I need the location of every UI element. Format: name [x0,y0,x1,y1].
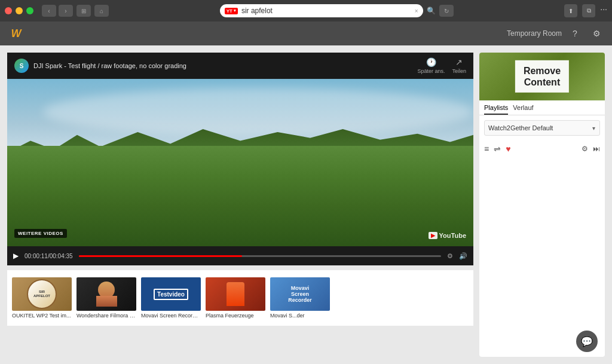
video-section: S DJI Spark - Test flight / raw footage,… [7,53,473,357]
youtube-watermark: ▶ YouTube [429,232,466,239]
video-player[interactable]: WEITERE VIDEOS ▶ YouTube [7,79,473,246]
settings-button[interactable]: ⚙ [588,25,605,42]
time-display: 00:00:11/00:04:35 [25,253,73,259]
more-button[interactable]: ··· [600,4,607,17]
chevron-right-icon: › [65,8,66,14]
window-button[interactable]: ⊞ [76,5,91,17]
thumbnail-1[interactable]: SIRAPFELOT OUKITEL WP2 Test im... [12,277,72,319]
nav-buttons: ‹ › [42,5,73,17]
share-button[interactable]: ⬆ [564,4,577,17]
progress-fill [79,255,242,257]
youtube-platform-badge[interactable]: YT [225,8,238,14]
playlist-settings-button[interactable]: ⚙ [582,145,588,153]
thumbnail-2[interactable]: Wondershare Filmora 9... [76,277,136,319]
clock-icon: 🕐 [426,57,436,67]
remove-content-title: Remove Content [524,65,561,88]
chat-button[interactable]: 💬 [576,331,598,352]
close-button[interactable] [5,7,12,14]
playlist-select[interactable]: Watch2Gether Default [484,120,600,136]
refresh-icon: ↻ [444,8,449,14]
thumbnail-5[interactable]: MovaviScreenRecorder Movavi S...der [270,277,330,319]
progress-bar[interactable] [79,255,441,257]
playlist-controls: ≡ ⇌ ♥ ⚙ ⏭ [479,140,605,157]
remove-content-overlay: Remove Content [515,60,569,93]
home-icon: ⌂ [100,8,103,14]
remove-content-card[interactable]: Remove Content [479,53,605,100]
thumbnail-3[interactable]: Testvideo Movavi Screen Recorder... [141,277,201,319]
watch-later-button[interactable]: 🕐 Später ans. [417,57,445,74]
quality-settings-button[interactable]: ⚙ [447,252,453,260]
maximize-button[interactable] [26,7,33,14]
sir-badge: SIRAPFELOT [27,279,57,309]
forward-button[interactable]: › [59,5,73,17]
playlist-select-area: Watch2Gether Default ▾ [479,115,605,140]
help-icon: ? [573,29,577,38]
address-bar[interactable]: YT sir apfelot × [220,4,423,17]
video-actions: 🕐 Später ans. ↗ Teilen [417,57,466,74]
thumb-label-4: Plasma Feuerzeuge [206,313,265,319]
thumb-img-4 [206,277,265,311]
help-button[interactable]: ? [567,25,583,42]
thumb-label-1: OUKITEL WP2 Test im... [12,313,72,319]
thumb-label-3: Movavi Screen Recorder... [141,313,201,319]
logo-text: W [11,27,22,40]
share-icon: ↗ [455,57,463,67]
sidebar: Remove Content Playlists Verlauf Watch2G… [479,53,605,357]
new-tab-icon: ⧉ [587,7,591,14]
share-label: Teilen [452,68,466,74]
sir-text: SIRAPFELOT [33,290,50,298]
video-header: S DJI Spark - Test flight / raw footage,… [7,53,473,79]
thumb-img-2 [76,277,136,311]
video-title: DJI Spark - Test flight / raw footage, n… [33,62,412,69]
thumb-label-5: Movavi S...der [270,313,330,319]
favorites-button[interactable]: ♥ [506,144,510,154]
home-button[interactable]: ⌂ [94,5,109,17]
address-text: sir apfelot [241,7,411,15]
channel-initial: S [20,63,24,69]
chat-icon: 💬 [581,336,593,347]
thumb-img-5: MovaviScreenRecorder [270,277,330,311]
shuffle-button[interactable]: ⇌ [494,144,501,154]
skip-button[interactable]: ⏭ [593,145,600,153]
new-tab-button[interactable]: ⧉ [582,4,595,17]
share-video-button[interactable]: ↗ Teilen [452,57,466,74]
address-bar-area: YT sir apfelot × 🔍 ↻ [112,4,561,17]
remove-line2: Content [524,77,560,87]
thumbnail-4[interactable]: Plasma Feuerzeuge [206,277,265,319]
filmora-content [96,282,117,307]
chevron-left-icon: ‹ [48,8,50,14]
video-container: S DJI Spark - Test flight / raw footage,… [7,53,473,265]
channel-avatar: S [14,59,29,73]
thumb-img-3: Testvideo [141,277,201,311]
gear-icon: ⚙ [593,29,601,38]
app-toolbar: W Temporary Room ? ⚙ [0,22,612,45]
clear-search-button[interactable]: × [415,8,418,14]
remove-line1: Remove [524,66,561,76]
play-button[interactable]: ▶ [13,252,19,260]
sidebar-bottom [479,157,605,357]
search-button[interactable]: 🔍 [427,7,436,15]
thumbnails-section: SIRAPFELOT OUKITEL WP2 Test im... Wonder… [7,270,473,326]
tab-playlists[interactable]: Playlists [484,104,508,115]
refresh-button[interactable]: ↻ [439,5,454,17]
main-content: S DJI Spark - Test flight / raw footage,… [0,45,612,364]
thumb-img-1: SIRAPFELOT [12,277,72,311]
share-icon: ⬆ [568,8,573,14]
tab-verlauf[interactable]: Verlauf [513,104,533,115]
volume-button[interactable]: 🔊 [459,252,467,260]
weitere-videos-button[interactable]: WEITERE VIDEOS [14,229,67,238]
thumb-label-2: Wondershare Filmora 9... [76,313,136,319]
field-layer [7,146,473,246]
titlebar: ‹ › ⊞ ⌂ YT sir apfelot × 🔍 ↻ ⬆ ⧉ ··· [0,0,612,22]
minimize-button[interactable] [16,7,23,14]
app-logo: W [7,27,25,39]
clouds-decoration [43,88,473,136]
back-button[interactable]: ‹ [42,5,56,17]
list-view-button[interactable]: ≡ [484,144,489,154]
youtube-text: YouTube [439,232,466,239]
room-name-label: Temporary Room [507,29,562,38]
yt-label: YT [227,8,232,14]
traffic-lights [5,7,33,14]
window-icon: ⊞ [81,8,86,14]
yt-icon: ▶ [429,232,437,239]
